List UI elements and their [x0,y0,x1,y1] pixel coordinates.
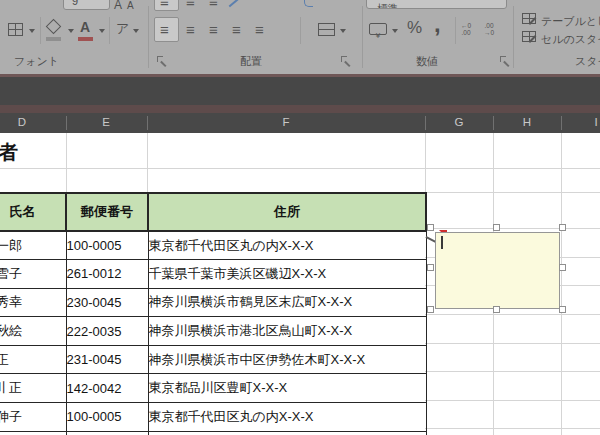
column-header-i[interactable]: I [594,116,597,128]
cell-postal[interactable]: 142-0042 [66,374,148,403]
table-header-row: 氏名 郵便番号 住所 [0,193,426,231]
accounting-dropdown-icon[interactable] [392,29,398,33]
font-color-bar [78,37,93,41]
wrap-text-icon[interactable] [304,0,313,7]
phonetic-guide-icon[interactable]: ア [116,20,129,38]
increase-indent-icon[interactable]: ≡ [255,22,264,37]
alignment-group-label: 配置 [240,54,262,69]
merge-center-dropdown-icon[interactable] [340,29,346,33]
cell-postal[interactable]: 100-0005 [66,403,148,432]
align-top-icon[interactable]: ≡ [186,0,195,9]
table-row: 部 伸子 100-0005 東京都千代田区丸の内X-X-X [0,403,426,432]
excel-window: 9 A A ≡ ≡ ≡ 標準 A ア ≡ ≡ ≡ ≡ [0,0,600,435]
font-size-value: 9 [72,0,78,7]
address-table: 氏名 郵便番号 住所 部 一郎 100-0005 東京都千代田区丸の内X-X-X… [0,192,427,435]
column-header-e[interactable]: E [102,116,110,128]
cell-name[interactable]: 部 伸子 [0,403,66,432]
format-as-table-button[interactable]: テーブルとして書式設定 [541,14,600,29]
comma-style-icon[interactable]: , [434,10,441,38]
align-bottom-icon[interactable]: ≡ [209,0,218,9]
column-header-g[interactable]: G [455,116,464,128]
header-address[interactable]: 住所 [148,193,426,231]
phonetic-dropdown-icon[interactable] [133,29,139,33]
alignment-dialog-launcher-icon[interactable] [341,56,351,66]
cell-postal[interactable]: 230-0045 [66,288,148,317]
comment-handle-middle-right[interactable] [559,264,566,271]
number-format-value: 標準 [377,2,398,9]
number-group-label: 数値 [416,54,438,69]
comment-handle-bottom-left[interactable] [427,306,434,313]
borders-dropdown-icon[interactable] [29,29,35,33]
cell-address[interactable]: 神奈川県川崎市高津区向ヶ丘X-X-X [148,431,426,435]
cell-postal[interactable]: 213-0035 [66,431,148,435]
cell-postal[interactable]: 100-0005 [66,231,148,260]
comment-handle-bottom-middle[interactable] [493,306,500,313]
comment-handle-bottom-right[interactable] [559,306,566,313]
number-dialog-launcher-icon[interactable] [500,56,510,66]
cell-postal[interactable]: 231-0045 [66,345,148,374]
align-middle-icon: ≡ [160,0,169,9]
comment-box[interactable] [435,232,560,309]
align-center-icon[interactable]: ≡ [186,22,195,37]
column-header-f[interactable]: F [282,116,289,128]
fill-color-dropdown-icon[interactable] [68,29,74,33]
cell-postal[interactable]: 222-0035 [66,317,148,346]
decrease-decimal-icon[interactable]: .00 →0 [484,22,494,36]
table-row: 合 達也 213-0035 神奈川県川崎市高津区向ヶ丘X-X-X [0,431,426,435]
font-color-dropdown-icon[interactable] [99,29,105,33]
align-middle-button[interactable]: ≡ [154,0,179,11]
comment-handle-middle-left[interactable] [427,264,434,271]
cell-name[interactable]: 合 達也 [0,431,66,435]
orientation-icon[interactable] [229,0,239,7]
accounting-format-icon[interactable]: ¥ [369,23,387,35]
comment-handle-top-middle[interactable] [493,224,500,231]
cell-name[interactable]: 谷川 正 [0,374,66,403]
fill-color-icon[interactable] [46,19,62,35]
table-row: 藤 雪子 261-0012 千葉県千葉市美浜区磯辺X-X-X [0,260,426,289]
comment-handle-top-right[interactable] [559,224,566,231]
number-format-select[interactable]: 標準 [366,0,507,9]
cell-address[interactable]: 東京都千代田区丸の内X-X-X [148,231,426,260]
ribbon: 9 A A ≡ ≡ ≡ 標準 A ア ≡ ≡ ≡ ≡ [0,0,600,74]
cell-address[interactable]: 東京都品川区豊町X-X-X [148,374,426,403]
align-right-icon[interactable]: ≡ [209,22,218,37]
cell-address[interactable]: 千葉県千葉市美浜区磯辺X-X-X [148,260,426,289]
align-left-button[interactable]: ≡ [154,17,179,42]
column-headers: D E F G H I [0,113,600,133]
decrease-indent-icon[interactable]: ≡ [232,22,241,37]
column-header-d[interactable]: D [18,116,26,128]
header-name[interactable]: 氏名 [0,193,66,231]
table-row: 藤 正 231-0045 神奈川県横浜市中区伊勢佐木町X-X-X [0,345,426,374]
comment-handle-top-left[interactable] [427,224,434,231]
shrink-font-icon[interactable]: A [127,0,134,11]
font-group-label: フォント [14,54,59,69]
borders-icon[interactable] [8,23,23,36]
cell-address[interactable]: 東京都千代田区丸の内X-X-X [148,403,426,432]
increase-decimal-icon[interactable]: ←0 .00 [461,22,471,36]
header-postal[interactable]: 郵便番号 [66,193,148,231]
cell-name[interactable]: 藤 正 [0,345,66,374]
grow-font-icon[interactable]: A [114,0,122,12]
cell-address[interactable]: 神奈川県横浜市鶴見区末広町X-X-X [148,288,426,317]
cell-address[interactable]: 神奈川県横浜市中区伊勢佐木町X-X-X [148,345,426,374]
cell-name[interactable]: 施 秋絵 [0,317,66,346]
font-dialog-launcher-icon[interactable] [157,56,167,66]
comment-text-cursor [441,236,443,249]
font-color-icon[interactable]: A [80,19,90,35]
font-size-input[interactable]: 9 [63,0,110,10]
column-header-h[interactable]: H [523,116,531,128]
table-row: 部 一郎 100-0005 東京都千代田区丸の内X-X-X [0,231,426,260]
table-row: 谷川 正 142-0042 東京都品川区豊町X-X-X [0,374,426,403]
cell-styles-button[interactable]: セルのスタイル [541,32,600,47]
cell-address[interactable]: 神奈川県横浜市港北区鳥山町X-X-X [148,317,426,346]
percent-style-icon[interactable]: % [407,18,422,38]
cell-name[interactable]: 藤 秀幸 [0,288,66,317]
cell-name[interactable]: 藤 雪子 [0,260,66,289]
cell-name[interactable]: 部 一郎 [0,231,66,260]
align-left-icon: ≡ [160,22,169,37]
table-row: 施 秋絵 222-0035 神奈川県横浜市港北区鳥山町X-X-X [0,317,426,346]
fill-color-bar [46,37,61,41]
styles-group-label: スタイル [575,54,600,69]
cell-postal[interactable]: 261-0012 [66,260,148,289]
merge-center-icon[interactable] [318,23,335,36]
